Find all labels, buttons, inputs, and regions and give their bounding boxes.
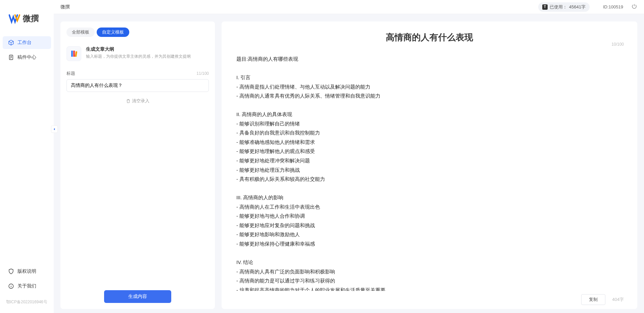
books-icon [70,50,78,58]
copy-button[interactable]: 复制 [581,294,605,305]
output-word-count: 404字 [612,297,624,303]
output-panel: 高情商的人有什么表现 10/100 题目:高情商的人有哪些表现 I. 引言 - … [222,21,637,309]
template-description: 输入标题，为你提供文章主体的灵感，并为其创建推文提纲 [86,54,191,59]
document-icon [8,54,14,60]
clear-label: 清空录入 [132,98,149,104]
nav-label: 版权说明 [17,268,36,274]
topbar: 微撰 T 已使用： 45641字 ID:100519 [54,0,644,14]
icp-text: 鄂ICP备2022016946号 [0,297,54,307]
form-area: 标题 11/100 清空录入 [60,67,215,290]
content-area: 全部模板 自定义模板 生成文章大纲 输入标题，为你提供文章主体的灵感，并为其创建… [54,14,644,313]
output-title-counter: 10/100 [611,42,624,47]
output-title-row: 高情商的人有什么表现 10/100 [222,32,637,47]
template-icon [66,46,81,61]
template-card: 生成文章大纲 输入标题，为你提供文章主体的灵感，并为其创建推文提纲 [60,43,215,67]
output-body[interactable]: 题目:高情商的人有哪些表现 I. 引言 - 高情商是指人们处理情绪、与他人互动以… [222,47,637,291]
nav-workspace[interactable]: 工作台 [3,36,51,49]
generate-row: 生成内容 [60,290,215,303]
clear-input-button[interactable]: 清空录入 [66,98,209,104]
usage-badge[interactable]: T 已使用： 45641字 [538,2,590,12]
svg-rect-4 [75,51,77,57]
title-label-row: 标题 11/100 [66,70,209,76]
user-id: ID:100519 [603,4,623,9]
power-icon [631,3,637,9]
cube-icon [8,40,14,46]
main-area: 微撰 T 已使用： 45641字 ID:100519 全部模板 自定义模板 [54,0,644,313]
footer-nav: 版权说明 关于我们 [0,265,54,297]
svg-rect-3 [73,51,75,57]
output-title: 高情商的人有什么表现 [235,32,624,43]
logout-button[interactable] [631,3,637,10]
trash-icon [126,99,131,103]
generate-button[interactable]: 生成内容 [104,290,171,303]
tab-all-templates[interactable]: 全部模板 [66,28,95,37]
output-footer: 复制 404字 [222,291,637,305]
logo-icon [9,13,20,24]
sidebar: 微撰 工作台 稿件中心 版权说明 关于我们 鄂ICP备2022016946号 [0,0,54,313]
main-nav: 工作台 稿件中心 [0,36,54,265]
nav-copyright[interactable]: 版权说明 [3,265,51,278]
template-title: 生成文章大纲 [86,46,191,52]
template-tabs: 全部模板 自定义模板 [60,28,215,43]
page-title: 微撰 [60,4,538,10]
text-icon: T [542,4,548,10]
usage-prefix: 已使用： [550,4,567,10]
sidebar-collapse-button[interactable] [51,125,58,133]
input-panel: 全部模板 自定义模板 生成文章大纲 输入标题，为你提供文章主体的灵感，并为其创建… [60,21,215,309]
brand-name: 微撰 [23,13,39,24]
template-info: 生成文章大纲 输入标题，为你提供文章主体的灵感，并为其创建推文提纲 [86,46,191,61]
shield-icon [8,268,14,274]
nav-about[interactable]: 关于我们 [3,280,51,293]
chevron-left-icon [53,127,56,131]
title-label: 标题 [66,70,75,76]
nav-label: 工作台 [17,40,32,46]
svg-rect-2 [71,51,73,57]
nav-label: 稿件中心 [17,54,36,60]
info-icon [8,283,14,289]
title-input[interactable] [66,79,209,92]
nav-drafts[interactable]: 稿件中心 [3,51,51,64]
logo: 微撰 [0,6,54,36]
usage-value: 45641字 [569,4,586,10]
tab-custom-templates[interactable]: 自定义模板 [97,28,129,37]
nav-label: 关于我们 [17,283,36,289]
title-counter: 11/100 [196,71,209,76]
